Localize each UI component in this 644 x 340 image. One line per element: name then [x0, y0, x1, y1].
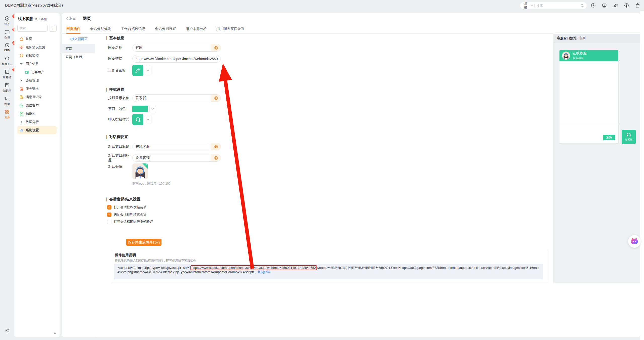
app-rail: 1 待办 52 企信 32 CRM 客服工… 32 服务通 知识库 网盘 更多	[0, 11, 14, 340]
sidebar-item-data-analysis[interactable]: 数据分析	[17, 118, 57, 126]
rail-item-qixin[interactable]: 52 企信	[0, 29, 14, 41]
workbench-icon-picker[interactable]	[132, 65, 143, 76]
chevron-down-icon	[147, 118, 149, 120]
search-scope[interactable]: 全部	[524, 1, 530, 10]
copy-code-link[interactable]: 复制代码	[257, 270, 270, 274]
dialog-avatar-image[interactable]: ✓	[132, 163, 148, 179]
sidebar-item-visitor-users[interactable]: 访客用户	[17, 68, 57, 76]
section-basic-info: 基本信息	[106, 36, 124, 40]
drive-icon	[5, 96, 10, 101]
sidebar-add-button[interactable]: +	[50, 25, 57, 32]
rail-item-service-pass[interactable]: 32 服务通	[0, 69, 14, 81]
save-generate-plugin-button[interactable]: 保存并生成插件代码	[126, 239, 162, 246]
home-icon	[19, 37, 23, 41]
button-display-name-label: 按钮显示名称	[108, 96, 132, 100]
back-button[interactable]: 返回	[66, 16, 76, 21]
i18n-globe-button[interactable]	[211, 95, 221, 102]
search-input[interactable]	[536, 4, 581, 8]
sidebar-item-session-mgmt[interactable]: 会话管理	[17, 76, 57, 84]
back-icon	[66, 17, 68, 20]
rail-item-todo[interactable]: 1 待办	[0, 16, 14, 28]
chat-window-preview-panel: 客服窗口预览 官网 在线客服	[553, 34, 640, 283]
section-session-settings: 会话发起/结束设置	[106, 197, 140, 202]
send-button[interactable]: 发送	[603, 135, 615, 140]
sidebar-item-home[interactable]: 首页	[17, 35, 57, 43]
sidebar-item-wechat-customers[interactable]: 微信客户	[17, 101, 57, 109]
sidebar-search-input[interactable]	[17, 25, 48, 32]
chat-window-title: 在线客服	[573, 51, 587, 56]
sidebar-item-service-overview[interactable]: 服务情况总览	[17, 43, 57, 51]
workbench-icon-dropdown[interactable]	[145, 66, 151, 75]
topbar: DEMO内测企业fktest7672(yh综合) 全部	[0, 0, 644, 11]
page-list-item-guanwang[interactable]: 官网	[62, 45, 95, 53]
globe-icon	[214, 96, 218, 100]
sidebar-item-knowledge-base[interactable]: 知识库	[17, 109, 57, 118]
chat-button-style-dropdown[interactable]	[145, 115, 151, 124]
headset-icon	[626, 132, 631, 138]
webpage-link-input[interactable]	[132, 55, 221, 63]
service-request-icon	[19, 87, 23, 91]
chart-icon	[19, 45, 23, 49]
company-name: DEMO内测企业fktest7672(yh综合)	[5, 3, 63, 8]
sidebar-item-online-monitor[interactable]: 在线监控	[17, 51, 57, 60]
workbench-icon[interactable]	[602, 3, 607, 8]
right-edge-strip	[640, 11, 644, 340]
tab-session-assignment[interactable]: 会话分配规则	[90, 24, 111, 33]
contacts-icon[interactable]	[613, 3, 618, 8]
checkbox-close-end-session[interactable]: ✓ 关闭会话框即结束会话	[107, 212, 146, 217]
divider	[79, 17, 79, 20]
tab-chat-window-settings[interactable]: 用户聊天窗口设置	[216, 24, 245, 33]
tab-web-plugin[interactable]: 网页插件	[66, 24, 80, 33]
divider	[559, 123, 618, 123]
i18n-globe-button[interactable]	[211, 154, 221, 161]
dialog-window-subtitle-label: 对话窗口副标题	[108, 153, 132, 162]
avatar-hint: 商家logo，建议尺寸100*100	[132, 182, 170, 186]
rail-item-knowledge[interactable]: 知识库	[0, 82, 14, 95]
theme-color-swatch[interactable]	[132, 106, 148, 112]
appstore-bag-icon[interactable]	[635, 3, 640, 8]
rail-item-crm[interactable]: 32 CRM	[0, 42, 14, 55]
webpage-name-input[interactable]	[132, 44, 221, 52]
theme-color-dropdown[interactable]	[149, 105, 156, 113]
checkbox-open-start-session[interactable]: ✓ 打开会话框即发起会话	[107, 204, 146, 210]
chat-button-style-picker[interactable]	[132, 114, 143, 125]
checkbox-identity-verification[interactable]: 打开会话框即进行身份验证	[107, 219, 153, 225]
module-title: 线上客服	[18, 17, 33, 21]
headset-icon	[5, 56, 10, 61]
caret-down-icon	[20, 63, 23, 65]
i18n-globe-button[interactable]	[211, 44, 221, 51]
dialog-avatar-label: 对话头像	[108, 164, 132, 169]
globe-icon	[214, 46, 218, 50]
sidebar-item-system-settings[interactable]: 系统设置	[17, 126, 57, 134]
contact-me-floating-button[interactable]: 联系我	[622, 130, 636, 144]
collapse-sidebar-button[interactable]: «	[54, 331, 56, 335]
rail-item-netdisk[interactable]: 网盘	[0, 96, 14, 108]
dialog-window-title-label: 对话窗口标题	[108, 144, 132, 149]
book-icon	[5, 82, 10, 88]
sidebar-item-satisfaction[interactable]: 满意度记录	[17, 93, 57, 101]
dialog-window-title-input[interactable]	[132, 143, 221, 150]
sidebar-item-service-request[interactable]: 服务请求	[17, 84, 57, 93]
add-new-webpage-button[interactable]: +接入新网页	[62, 34, 95, 45]
tab-session-grouping[interactable]: 会话分组设置	[155, 24, 176, 33]
checkbox-checked-icon: ✓	[107, 212, 111, 217]
ai-assistant-button[interactable]	[628, 235, 641, 248]
settings-gear-icon[interactable]	[5, 328, 10, 333]
history-icon[interactable]	[591, 3, 596, 8]
monitor-icon	[19, 54, 23, 58]
workbench-icon-label: 工作台图标	[108, 68, 132, 73]
dialog-window-subtitle-input[interactable]	[132, 154, 221, 162]
search-icon[interactable]	[581, 4, 584, 8]
rail-item-more[interactable]: 更多	[0, 109, 14, 121]
satisfaction-icon	[19, 95, 23, 99]
button-display-name-input[interactable]	[132, 94, 221, 102]
sidebar-item-user-info[interactable]: 用户信息	[17, 60, 57, 68]
tab-user-source-analysis[interactable]: 用户来源分析	[186, 24, 207, 33]
tab-workbench-extension[interactable]: 工作台拓展信息	[121, 24, 145, 33]
i18n-globe-button[interactable]	[211, 143, 221, 150]
page-list-item-guanwang-shouhou[interactable]: 官网（售后）	[62, 53, 95, 61]
help-icon[interactable]	[624, 3, 629, 8]
rail-item-service-desk[interactable]: 客服工…	[0, 56, 14, 68]
code-segment: <script id="fs-im-script" type="text/jav…	[117, 266, 190, 270]
global-search[interactable]: 全部	[520, 2, 587, 9]
